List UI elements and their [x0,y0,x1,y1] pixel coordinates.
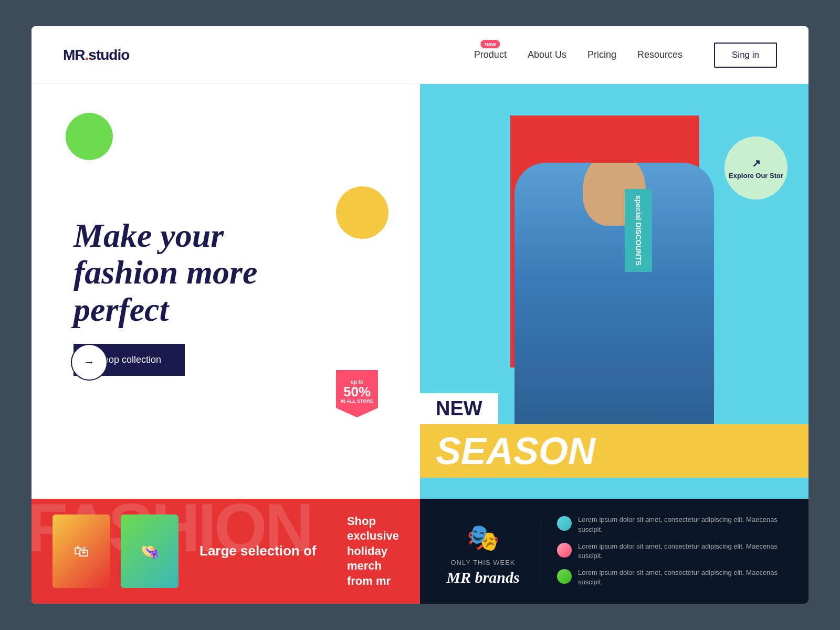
features-list: Lorem ipsum dolor sit amet, consectetur … [557,515,788,587]
vertical-divider [541,520,541,583]
hero-right: special DISCOUNTS Explore Our Stor NEW S… [420,84,808,499]
feature-item-1: Lorem ipsum dolor sit amet, consectetur … [557,515,788,534]
nav-label-resources: Resources [637,49,682,60]
nav-label-product: Product [474,49,507,60]
new-season-banner: NEW SEASON [420,393,808,478]
feature-item-2: Lorem ipsum dolor sit amet, consectetur … [557,542,788,561]
special-tag-label: special DISCOUNTS [634,195,643,266]
hero-title: Make your fashion more perfect [74,217,388,328]
main-nav: new Product About Us Pricing Resources [474,49,682,60]
bottom-left: FASHION 🛍 👒 Large selection of Shop excl… [32,499,420,604]
browser-frame: MR.studio new Product About Us Pricing R… [32,26,808,604]
shop-exclusive-text: Shop exclusive holiday merch from mr [347,514,399,589]
signin-button[interactable]: Sing in [714,43,777,68]
brand-icon: 🎭 [465,517,501,559]
product-icon-2: 👒 [140,542,160,561]
discount-sub: IN ALL STORE [341,398,373,404]
discount-tag: up to 50% IN ALL STORE [336,370,378,417]
large-selection-heading: Large selection of [200,543,317,559]
header: MR.studio new Product About Us Pricing R… [32,26,808,84]
shop-exclusive-paragraph: Shop exclusive holiday merch from mr [347,514,399,589]
feature-dot-3 [557,569,572,584]
nav-item-about[interactable]: About Us [528,49,566,60]
feature-dot-1 [557,516,572,531]
bottom-sections: FASHION 🛍 👒 Large selection of Shop excl… [32,499,808,604]
new-label: NEW [420,393,498,424]
explore-bubble[interactable]: Explore Our Stor [724,136,788,200]
brand-logo-section: 🎭 ONLY THIS WEEK MR brands [441,517,525,586]
logo-studio: studio [88,47,129,63]
new-badge: new [480,40,500,48]
season-label: SEASON [420,424,808,478]
hero-left: Make your fashion more perfect up to 50%… [32,84,420,499]
feature-text-2: Lorem ipsum dolor sit amet, consectetur … [578,542,788,561]
mr-brands-label: MR brands [446,569,519,586]
special-discounts-tag: special DISCOUNTS [625,189,652,272]
feature-item-3: Lorem ipsum dolor sit amet, consectetur … [557,568,788,587]
hero-title-line3: perfect [74,291,169,328]
nav-item-pricing[interactable]: Pricing [587,49,616,60]
nav-item-resources[interactable]: Resources [637,49,682,60]
nav-item-product[interactable]: new Product [474,49,507,60]
arrow-circle-icon[interactable] [71,344,108,381]
product-icon-1: 🛍 [74,542,89,560]
discount-percent: 50% [343,385,371,398]
hero-title-line2: fashion more [74,254,257,291]
hero-title-line1: Make your [74,217,224,254]
bottom-right: 🎭 ONLY THIS WEEK MR brands Lorem ipsum d… [420,499,808,604]
only-this-week-label: ONLY THIS WEEK [450,559,515,566]
logo: MR.studio [63,47,129,64]
feature-text-1: Lorem ipsum dolor sit amet, consectetur … [578,515,788,534]
green-circle-decoration [66,113,113,160]
nav-label-pricing: Pricing [587,49,616,60]
product-image-2: 👒 [121,514,178,588]
nav-label-about: About Us [528,49,566,60]
large-selection-text: Large selection of [200,543,317,559]
product-image-1: 🛍 [52,514,110,588]
explore-label: Explore Our Stor [729,172,783,180]
logo-mr: MR [63,47,85,63]
main-content: Make your fashion more perfect up to 50%… [32,84,808,499]
feature-text-3: Lorem ipsum dolor sit amet, consectetur … [578,568,788,587]
feature-dot-2 [557,543,572,558]
